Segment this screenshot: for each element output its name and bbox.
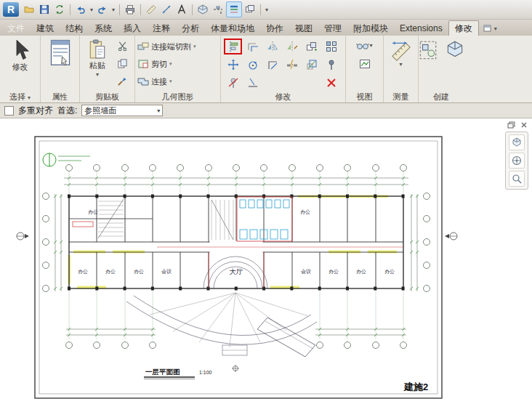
hall-label: 大厅	[230, 267, 243, 275]
mirror-pick-axis-button[interactable]	[265, 39, 281, 54]
panel-label-clipboard[interactable]: 剪贴板	[80, 92, 134, 102]
multi-align-checkbox[interactable]	[4, 106, 14, 116]
scale-icon	[306, 59, 318, 70]
hide-elements-button[interactable]: ▾	[353, 38, 376, 54]
panel-label-geometry[interactable]: 几何图形	[135, 92, 220, 102]
tab-architecture[interactable]: 建筑	[31, 21, 60, 36]
close-view-button[interactable]	[519, 121, 528, 129]
elevation-marker-right[interactable]	[445, 233, 457, 240]
floor-plan-sheet[interactable]: 办公 办公 办公 办公 办公 会议 大厅 会议 办公 办公 办公 一层平面图 1…	[12, 127, 462, 404]
override-graphics-icon	[359, 58, 371, 70]
panel-label-view[interactable]: 视图	[346, 92, 383, 102]
sync-button[interactable]	[52, 2, 67, 17]
tab-view[interactable]: 视图	[289, 21, 318, 36]
panel-label-measure[interactable]: 测量	[384, 92, 418, 102]
panel-label-create[interactable]: 创建	[419, 92, 464, 102]
split-element-button[interactable]	[284, 57, 300, 73]
print-button[interactable]	[123, 2, 137, 17]
rotate-button[interactable]	[245, 57, 261, 73]
mirror-draw-axis-button[interactable]	[284, 39, 300, 54]
revit-logo[interactable]: R	[3, 2, 19, 17]
save-button[interactable]	[37, 2, 52, 17]
steering-wheel-button[interactable]	[509, 153, 525, 169]
drawing-area[interactable]: 办公 办公 办公 办公 办公 会议 大厅 会议 办公 办公 办公 一层平面图 1…	[0, 118, 532, 404]
join-geometry-button[interactable]: 连接 ▾	[137, 73, 218, 90]
tab-annotate[interactable]: 注释	[147, 21, 176, 36]
move-button[interactable]	[225, 57, 241, 73]
ribbon-display-toggle[interactable]: ▾	[479, 21, 503, 36]
viewcube-home-button[interactable]	[509, 134, 525, 150]
redo-dropdown[interactable]: ▾	[110, 7, 116, 13]
panel-label-properties[interactable]: 属性	[41, 92, 79, 102]
panel-geometry: 连接端切割 ▾ 剪切 ▾ 连接 ▾	[135, 36, 221, 102]
thin-lines-button[interactable]	[226, 1, 242, 17]
print-icon	[125, 4, 135, 15]
tab-manage[interactable]: 管理	[318, 21, 347, 36]
properties-button[interactable]	[47, 38, 73, 92]
room-label: 会议	[161, 269, 172, 275]
modify-select-button[interactable]: 修改	[9, 38, 32, 92]
measure-tool-button[interactable]: ▾	[388, 38, 414, 92]
aligned-dimension-button[interactable]	[159, 2, 174, 17]
undo-button[interactable]	[73, 2, 88, 17]
room-label: 办公	[88, 209, 98, 214]
navigation-bar	[505, 132, 528, 190]
open-button[interactable]	[22, 2, 36, 17]
undo-dropdown[interactable]: ▾	[89, 7, 94, 13]
panel-measure: ▾ 测量	[384, 36, 419, 102]
override-graphics-button[interactable]	[353, 56, 376, 72]
elevation-marker-left[interactable]	[17, 233, 29, 240]
text-icon	[177, 4, 187, 15]
ribbon-empty-space	[464, 36, 532, 102]
tab-file[interactable]: 文件	[1, 21, 31, 36]
zoom-button[interactable]	[509, 171, 525, 187]
tab-structure[interactable]: 结构	[60, 21, 89, 36]
cut-geometry-button[interactable]: 剪切 ▾	[137, 55, 218, 73]
measure-button[interactable]	[144, 2, 158, 17]
restore-view-button[interactable]	[507, 121, 516, 129]
tab-insert[interactable]: 插入	[118, 21, 147, 36]
paste-icon	[89, 39, 106, 60]
tab-addins[interactable]: 附加模块	[347, 21, 394, 36]
scale-button[interactable]	[304, 57, 320, 73]
redo-button[interactable]	[95, 2, 110, 17]
join-end-cut-button[interactable]: 连接端切割 ▾	[137, 38, 218, 55]
trim-extend-single-button[interactable]	[245, 75, 261, 91]
prefer-select[interactable]: 参照墙面 ▾	[81, 105, 163, 116]
align-button[interactable]	[225, 39, 241, 54]
ribbon-tab-bar: 文件 建筑 结构 系统 插入 注释 分析 体量和场地 协作 视图 管理 附加模块…	[0, 20, 532, 36]
tab-systems[interactable]: 系统	[89, 21, 118, 36]
tab-collaborate[interactable]: 协作	[260, 21, 289, 36]
home-3d-icon	[198, 4, 208, 15]
text-button[interactable]	[174, 2, 189, 17]
trim-extend-corner-button[interactable]	[265, 57, 281, 73]
tab-massing-site[interactable]: 体量和场地	[205, 21, 260, 36]
unpin-button[interactable]	[225, 75, 241, 91]
qat-customize-dropdown[interactable]: ▾	[264, 7, 270, 13]
tab-modify[interactable]: 修改	[448, 20, 479, 36]
create-similar-icon	[446, 39, 464, 61]
copy-button[interactable]	[304, 39, 320, 54]
switch-windows-button[interactable]	[243, 2, 257, 17]
section-button[interactable]	[211, 2, 225, 17]
room-label: 办公	[356, 269, 366, 274]
panel-label-modify[interactable]: 修改	[221, 92, 345, 102]
save-icon	[39, 4, 49, 15]
panel-label-select[interactable]: 选择 ▾	[0, 92, 40, 102]
tab-extensions[interactable]: Extensions	[394, 21, 448, 36]
unpin-icon	[227, 77, 239, 89]
paste-button[interactable]: 粘贴 ▾	[82, 38, 113, 92]
match-type-button[interactable]	[114, 73, 130, 89]
create-group-button[interactable]	[416, 38, 440, 92]
delete-button[interactable]	[323, 75, 339, 91]
copy-to-clipboard-button[interactable]	[114, 55, 130, 71]
match-brush-icon	[117, 76, 128, 86]
offset-button[interactable]	[245, 39, 261, 54]
create-similar-button[interactable]	[443, 38, 467, 92]
cut-button[interactable]	[114, 38, 130, 54]
pin-button[interactable]	[323, 57, 339, 73]
tab-analyze[interactable]: 分析	[176, 21, 205, 36]
array-button[interactable]	[323, 39, 339, 54]
room-label: 办公	[329, 269, 339, 274]
default-3d-view-button[interactable]	[196, 2, 210, 17]
